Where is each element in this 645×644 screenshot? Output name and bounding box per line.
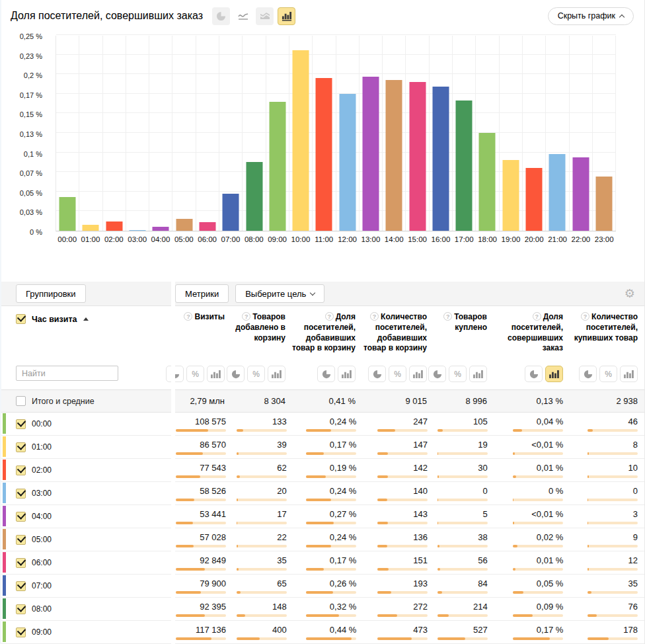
bars-toggle-icon[interactable] — [545, 366, 563, 382]
settings-gear-icon[interactable]: ⚙ — [625, 288, 635, 300]
metric-cell: 35 — [233, 551, 293, 574]
help-icon[interactable]: ? — [370, 312, 379, 321]
search-input[interactable] — [16, 366, 118, 381]
bar-chart-icon[interactable] — [278, 7, 295, 25]
pie-toggle-icon[interactable] — [525, 366, 543, 382]
help-icon[interactable]: ? — [325, 312, 334, 321]
metric-cell: 0,24 % — [293, 413, 363, 435]
chart-bar-07:00[interactable] — [223, 194, 239, 231]
cell-value-bar — [377, 545, 428, 547]
percent-toggle-icon[interactable]: % — [186, 366, 204, 382]
cell-value-bar — [588, 522, 638, 524]
row-checkbox[interactable] — [16, 489, 26, 499]
percent-toggle-icon[interactable]: % — [599, 366, 617, 382]
row-color-stripe — [3, 529, 6, 549]
chart-bar-12:00[interactable] — [339, 94, 356, 231]
groupings-button[interactable]: Группировки — [16, 284, 86, 303]
row-checkbox[interactable] — [16, 627, 26, 637]
hide-chart-label: Скрыть график — [558, 11, 615, 20]
metric-cell: 22 — [233, 528, 293, 551]
chart-bar-02:00[interactable] — [106, 221, 122, 231]
goal-select-button[interactable]: Выберите цель — [235, 284, 324, 303]
pie-toggle-icon[interactable] — [579, 366, 597, 382]
percent-toggle-icon[interactable]: % — [247, 366, 265, 382]
cell-value-bar — [377, 475, 428, 478]
pie-toggle-icon[interactable] — [428, 366, 446, 382]
chart-bar-19:00[interactable] — [502, 160, 519, 231]
row-checkbox[interactable] — [16, 512, 26, 522]
chart-bar-16:00[interactable] — [432, 87, 449, 231]
percent-toggle-icon[interactable]: % — [389, 366, 406, 382]
sort-asc-icon[interactable] — [83, 317, 89, 321]
metric-cell: 0,09 % — [494, 598, 570, 620]
chart-bar-10:00[interactable] — [293, 50, 309, 231]
row-checkbox[interactable] — [16, 535, 26, 545]
row-checkbox[interactable] — [16, 442, 26, 452]
bars-toggle-icon[interactable] — [338, 366, 356, 382]
row-hour-label: 09:00 — [32, 627, 52, 637]
help-icon[interactable]: ? — [443, 312, 452, 321]
chart-bar-21:00[interactable] — [549, 154, 566, 231]
pie-toggle-icon[interactable] — [368, 366, 386, 382]
help-icon[interactable]: ? — [242, 312, 250, 321]
chart-bar-05:00[interactable] — [176, 219, 192, 231]
chart-slot — [313, 36, 336, 231]
chart-bar-14:00[interactable] — [386, 80, 402, 231]
chart-bar-11:00[interactable] — [316, 78, 332, 231]
row-hour-label: 02:00 — [32, 465, 52, 475]
chart-bar-22:00[interactable] — [572, 157, 589, 231]
row-color-stripe — [3, 483, 6, 503]
metrics-button[interactable]: Метрики — [175, 284, 229, 303]
chart-bar-01:00[interactable] — [83, 225, 99, 231]
bars-toggle-icon[interactable] — [268, 366, 285, 382]
chart-bar-00:00[interactable] — [59, 197, 76, 231]
row-checkbox[interactable] — [16, 419, 26, 429]
row-checkbox[interactable] — [16, 604, 26, 614]
line-chart-icon[interactable] — [234, 7, 252, 25]
chart-bar-23:00[interactable] — [595, 177, 612, 231]
totals-checkbox[interactable] — [16, 396, 26, 406]
pie-chart-icon[interactable] — [212, 7, 230, 25]
row-checkbox[interactable] — [16, 558, 26, 568]
row-hour-label: 05:00 — [32, 535, 52, 544]
chart-bar-08:00[interactable] — [246, 162, 262, 231]
bars-toggle-icon[interactable] — [469, 366, 487, 382]
help-icon[interactable]: ? — [184, 312, 192, 321]
cell-value-bar — [237, 545, 287, 547]
metric-cell: 77 543 — [174, 459, 233, 481]
pie-toggle-icon[interactable] — [227, 366, 245, 382]
chart-bar-20:00[interactable] — [526, 168, 543, 231]
help-icon[interactable]: ? — [581, 312, 589, 321]
stacked-area-icon[interactable] — [256, 7, 274, 25]
dimension-label[interactable]: Час визита — [32, 315, 77, 324]
metric-cell: 3 — [570, 505, 644, 528]
bars-toggle-icon[interactable] — [620, 366, 638, 382]
chart-bar-06:00[interactable] — [199, 222, 215, 231]
row-checkbox[interactable] — [16, 581, 26, 591]
cell-value-bar — [306, 475, 356, 478]
chart-bar-04:00[interactable] — [153, 227, 169, 231]
chart-bar-13:00[interactable] — [363, 77, 379, 231]
metric-cell: 151 — [363, 551, 434, 574]
cell-value-bar — [513, 475, 563, 478]
help-icon[interactable]: ? — [533, 312, 541, 321]
metric-cell: 38 — [434, 528, 494, 551]
percent-toggle-icon[interactable]: % — [449, 366, 467, 382]
chart-bar-15:00[interactable] — [409, 82, 426, 231]
select-all-checkbox[interactable] — [16, 314, 26, 324]
table-row-03:00: 03:0058 526200,24 %14000 %0 — [1, 482, 644, 505]
hide-chart-button[interactable]: Скрыть график — [548, 7, 634, 25]
bars-toggle-icon[interactable] — [207, 366, 225, 382]
chart-bar-03:00[interactable] — [130, 230, 146, 231]
row-checkbox[interactable] — [16, 465, 26, 475]
goal-select-label: Выберите цель — [245, 289, 306, 299]
column-view-toggles: % — [579, 366, 638, 382]
row-color-stripe — [3, 552, 6, 573]
pie-toggle-icon[interactable] — [317, 366, 335, 382]
totals-cell: 2 938 — [570, 390, 644, 412]
chart-bar-09:00[interactable] — [269, 102, 285, 231]
metric-column-header: ?Доля посетителей, совершивших заказ — [494, 306, 570, 387]
chart-bar-18:00[interactable] — [479, 133, 496, 231]
chart-bar-17:00[interactable] — [456, 101, 473, 231]
bars-toggle-icon[interactable] — [409, 366, 427, 382]
